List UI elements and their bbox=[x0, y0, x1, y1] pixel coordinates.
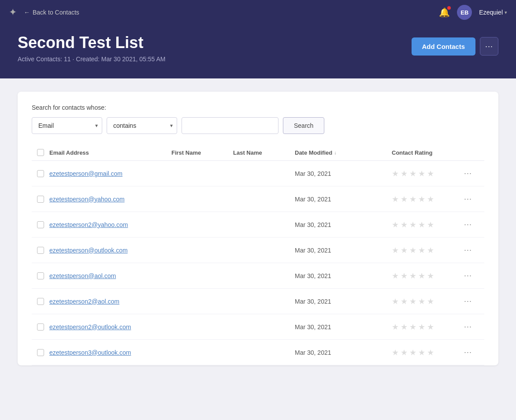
notifications-button[interactable]: 🔔 bbox=[439, 7, 450, 18]
select-all-checkbox[interactable] bbox=[37, 149, 44, 156]
row-menu-button-5[interactable]: ··· bbox=[462, 295, 474, 308]
star-5[interactable]: ★ bbox=[427, 169, 434, 178]
star-1[interactable]: ★ bbox=[392, 194, 399, 204]
user-menu[interactable]: Ezequiel ▾ bbox=[479, 9, 507, 16]
star-4[interactable]: ★ bbox=[418, 220, 425, 230]
row-checkbox-cell[interactable] bbox=[32, 196, 49, 203]
star-5[interactable]: ★ bbox=[427, 322, 434, 332]
search-input[interactable] bbox=[182, 117, 278, 134]
star-3[interactable]: ★ bbox=[409, 322, 416, 332]
row-actions[interactable]: ··· bbox=[462, 269, 484, 282]
more-options-button[interactable]: ··· bbox=[480, 37, 498, 56]
row-checkbox-cell[interactable] bbox=[32, 323, 49, 331]
star-4[interactable]: ★ bbox=[418, 169, 425, 178]
star-2[interactable]: ★ bbox=[401, 220, 408, 230]
star-2[interactable]: ★ bbox=[401, 297, 408, 306]
row-actions[interactable]: ··· bbox=[462, 218, 484, 231]
star-2[interactable]: ★ bbox=[401, 322, 408, 332]
star-4[interactable]: ★ bbox=[418, 194, 425, 204]
row-rating: ★★★★★ bbox=[392, 297, 462, 306]
logo-icon: ✦ bbox=[9, 7, 17, 18]
star-2[interactable]: ★ bbox=[401, 245, 408, 255]
star-4[interactable]: ★ bbox=[418, 348, 425, 357]
star-2[interactable]: ★ bbox=[401, 348, 408, 357]
star-5[interactable]: ★ bbox=[427, 271, 434, 281]
star-3[interactable]: ★ bbox=[409, 348, 416, 357]
star-1[interactable]: ★ bbox=[392, 297, 399, 306]
row-menu-button-7[interactable]: ··· bbox=[462, 346, 474, 359]
star-1[interactable]: ★ bbox=[392, 322, 399, 332]
add-contacts-button[interactable]: Add Contacts bbox=[412, 37, 476, 56]
star-4[interactable]: ★ bbox=[418, 245, 425, 255]
star-1[interactable]: ★ bbox=[392, 271, 399, 281]
th-date-modified[interactable]: Date Modified ↓ bbox=[295, 149, 392, 156]
star-3[interactable]: ★ bbox=[409, 194, 416, 204]
row-checkbox-5[interactable] bbox=[37, 298, 44, 305]
star-3[interactable]: ★ bbox=[409, 220, 416, 230]
email-link-1[interactable]: ezetestperson@yahoo.com bbox=[49, 196, 125, 203]
row-checkbox-cell[interactable] bbox=[32, 247, 49, 254]
row-checkbox-cell[interactable] bbox=[32, 221, 49, 228]
row-actions[interactable]: ··· bbox=[462, 167, 484, 180]
row-checkbox-6[interactable] bbox=[37, 323, 44, 331]
email-link-4[interactable]: ezetestperson@aol.com bbox=[49, 272, 116, 279]
row-checkbox-7[interactable] bbox=[37, 349, 44, 356]
select-all-cell[interactable] bbox=[32, 149, 49, 156]
row-actions[interactable]: ··· bbox=[462, 193, 484, 205]
row-menu-button-0[interactable]: ··· bbox=[462, 167, 474, 180]
row-actions[interactable]: ··· bbox=[462, 346, 484, 359]
row-menu-button-4[interactable]: ··· bbox=[462, 269, 474, 282]
row-actions[interactable]: ··· bbox=[462, 320, 484, 333]
row-actions[interactable]: ··· bbox=[462, 295, 484, 308]
star-2[interactable]: ★ bbox=[401, 169, 408, 178]
row-email: ezetestperson3@outlook.com bbox=[49, 349, 171, 357]
email-link-3[interactable]: ezetestperson@outlook.com bbox=[49, 247, 128, 254]
email-link-0[interactable]: ezetestperson@gmail.com bbox=[49, 170, 123, 177]
th-last-name: Last Name bbox=[233, 149, 295, 156]
star-4[interactable]: ★ bbox=[418, 322, 425, 332]
email-link-6[interactable]: ezetestperson2@outlook.com bbox=[49, 323, 131, 331]
header-right: Add Contacts ··· bbox=[412, 37, 499, 56]
row-checkbox-2[interactable] bbox=[37, 221, 44, 228]
table-row: ezetestperson2@yahoo.com Mar 30, 2021 ★★… bbox=[32, 212, 484, 238]
row-checkbox-cell[interactable] bbox=[32, 272, 49, 279]
star-3[interactable]: ★ bbox=[409, 169, 416, 178]
star-3[interactable]: ★ bbox=[409, 271, 416, 281]
row-menu-button-6[interactable]: ··· bbox=[462, 320, 474, 333]
star-5[interactable]: ★ bbox=[427, 194, 434, 204]
row-checkbox-cell[interactable] bbox=[32, 349, 49, 356]
row-checkbox-cell[interactable] bbox=[32, 298, 49, 305]
row-checkbox-cell[interactable] bbox=[32, 170, 49, 177]
star-1[interactable]: ★ bbox=[392, 169, 399, 178]
star-2[interactable]: ★ bbox=[401, 271, 408, 281]
star-5[interactable]: ★ bbox=[427, 220, 434, 230]
star-4[interactable]: ★ bbox=[418, 297, 425, 306]
back-to-contacts-link[interactable]: ← Back to Contacts bbox=[24, 9, 79, 16]
star-3[interactable]: ★ bbox=[409, 245, 416, 255]
search-button[interactable]: Search bbox=[283, 117, 324, 134]
field-select[interactable]: Email First Name Last Name Phone bbox=[32, 117, 102, 134]
row-checkbox-3[interactable] bbox=[37, 247, 44, 254]
row-checkbox-1[interactable] bbox=[37, 196, 44, 203]
star-5[interactable]: ★ bbox=[427, 245, 434, 255]
email-link-2[interactable]: ezetestperson2@yahoo.com bbox=[49, 221, 128, 228]
star-5[interactable]: ★ bbox=[427, 348, 434, 357]
row-checkbox-0[interactable] bbox=[37, 170, 44, 177]
condition-select[interactable]: contains equals starts with ends with bbox=[107, 117, 177, 134]
row-menu-button-1[interactable]: ··· bbox=[462, 193, 474, 205]
star-5[interactable]: ★ bbox=[427, 297, 434, 306]
star-1[interactable]: ★ bbox=[392, 245, 399, 255]
star-1[interactable]: ★ bbox=[392, 220, 399, 230]
row-actions[interactable]: ··· bbox=[462, 244, 484, 256]
avatar[interactable]: EB bbox=[457, 5, 472, 20]
row-rating: ★★★★★ bbox=[392, 220, 462, 230]
star-1[interactable]: ★ bbox=[392, 348, 399, 357]
star-4[interactable]: ★ bbox=[418, 271, 425, 281]
row-menu-button-2[interactable]: ··· bbox=[462, 218, 474, 231]
star-3[interactable]: ★ bbox=[409, 297, 416, 306]
star-2[interactable]: ★ bbox=[401, 194, 408, 204]
row-checkbox-4[interactable] bbox=[37, 272, 44, 279]
email-link-5[interactable]: ezetestperson2@aol.com bbox=[49, 298, 119, 305]
email-link-7[interactable]: ezetestperson3@outlook.com bbox=[49, 349, 131, 356]
row-menu-button-3[interactable]: ··· bbox=[462, 244, 474, 256]
